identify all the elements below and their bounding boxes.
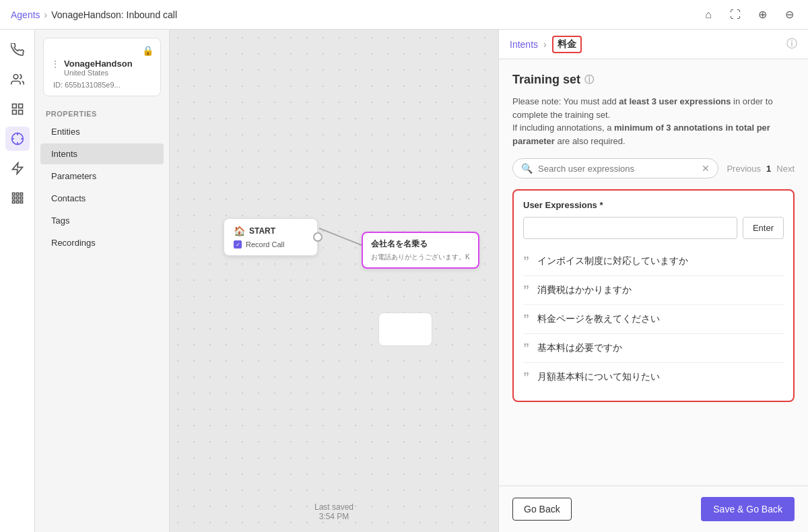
menu-item-parameters[interactable]: Parameters [40,166,164,187]
record-call-label: Record Call [246,240,284,248]
agent-country: United States [64,69,133,77]
lock-icon: 🔒 [142,45,154,56]
expr-text-2: 料金ページを教えてください [537,313,660,325]
expr-item-3: ” 基本料は必要ですか [523,334,784,363]
go-back-button[interactable]: Go Back [512,498,572,521]
properties-title: PROPERTIES [35,104,169,121]
bubble-title: 会社名を名乗る [371,238,470,250]
expr-text-1: 消費税はかかりますか [537,284,632,296]
pagination-row: Previous 1 Next [727,164,795,174]
sidebar-layout-icon[interactable] [5,97,30,121]
breadcrumb-current: VonageHandson: Inbound call [51,9,177,20]
info-icon[interactable]: ⓘ [786,37,797,51]
expression-input[interactable] [523,217,737,239]
search-icon: 🔍 [521,163,533,174]
menu-item-intents[interactable]: Intents [40,143,164,164]
svg-marker-10 [12,163,22,174]
training-note: Please note: You must add at least 3 use… [512,95,795,147]
right-panel: Intents › 料金 ⓘ Training set ⓘ Please not… [498,30,808,532]
svg-point-0 [13,75,18,79]
start-node[interactable]: 🏠 START ✓ Record Call [224,218,318,256]
right-panel-content: Training set ⓘ Please note: You must add… [499,59,808,486]
zoom-icon[interactable]: ⊖ [781,7,797,23]
prev-page[interactable]: Previous [727,164,761,174]
expr-item-2: ” 料金ページを教えてください [523,305,784,334]
menu-item-contacts[interactable]: Contacts [40,188,164,209]
breadcrumb-agents[interactable]: Agents [11,9,40,20]
svg-rect-12 [16,193,18,195]
intent-name-badge: 料金 [552,36,582,53]
extra-node-box[interactable] [378,312,432,346]
svg-line-20 [319,228,362,245]
left-sidebar [0,30,35,532]
quote-icon-0: ” [523,255,529,267]
agent-name: VonageHandson [64,59,133,69]
expr-item-0: ” インボイス制度に対応していますか [523,247,784,276]
sidebar-grid-icon[interactable] [5,186,30,210]
quote-icon-1: ” [523,284,529,296]
current-page: 1 [766,164,771,174]
properties-menu: Entities Intents Parameters Contacts Tag… [35,121,169,254]
expressions-section: User Expressions * Enter ” インボイス制度に対応してい… [512,189,795,402]
sidebar-crosshair-icon[interactable] [5,127,30,151]
expr-input-row: Enter [523,217,784,239]
fullscreen-icon[interactable]: ⛶ [727,7,743,23]
enter-button[interactable]: Enter [743,217,784,239]
menu-item-recordings[interactable]: Recordings [40,232,164,253]
agent-dots-menu[interactable]: ⋮ [50,59,60,69]
svg-rect-19 [20,201,22,203]
svg-rect-4 [18,110,22,114]
svg-rect-3 [12,110,16,114]
svg-rect-11 [12,193,14,195]
svg-rect-1 [12,104,16,108]
training-info-icon[interactable]: ⓘ [584,74,594,86]
intents-breadcrumb-link[interactable]: Intents [510,39,538,50]
search-clear-icon[interactable]: ✕ [702,163,710,174]
menu-item-tags[interactable]: Tags [40,210,164,231]
search-box: 🔍 ✕ [512,158,718,178]
agent-card: 🔒 ⋮ VonageHandson United States ID: 655b… [43,38,161,96]
home-node-icon: 🏠 [234,226,245,236]
breadcrumb-sep-1: › [44,9,48,20]
svg-rect-2 [18,104,22,108]
sidebar-contacts-icon[interactable] [5,67,30,92]
start-node-label: START [249,226,275,236]
svg-rect-13 [20,193,22,195]
properties-panel: 🔒 ⋮ VonageHandson United States ID: 655b… [35,30,170,532]
home-icon[interactable]: ⌂ [700,7,716,23]
intents-sep: › [543,39,547,50]
svg-rect-18 [16,201,18,203]
save-go-back-button[interactable]: Save & Go Back [701,497,795,521]
expr-item-1: ” 消費税はかかりますか [523,276,784,305]
expr-item-4: ” 月額基本料について知りたい [523,363,784,391]
breadcrumb: Agents › VonageHandson: Inbound call [11,9,695,20]
training-set-title: Training set ⓘ [512,73,795,87]
agent-id: ID: 655b131085e9... [50,81,154,89]
cursor-icon[interactable]: ⊕ [754,7,770,23]
main-layout: 🔒 ⋮ VonageHandson United States ID: 655b… [0,30,808,532]
expr-text-4: 月額基本料について知りたい [537,371,660,383]
svg-rect-16 [20,197,22,199]
svg-rect-14 [12,197,14,199]
svg-rect-15 [16,197,18,199]
bubble-node[interactable]: 会社名を名乗る お電話ありがとうございます。K [362,232,479,269]
quote-icon-2: ” [523,313,529,325]
search-input[interactable] [538,164,696,174]
bubble-text: お電話ありがとうございます。K [371,253,470,262]
canvas-area[interactable]: 🏠 START ✓ Record Call 会社名を名乗る お電話ありがとうござ… [170,30,498,532]
node-connector [313,232,323,242]
right-panel-footer: Go Back Save & Go Back [499,486,808,532]
next-page[interactable]: Next [776,164,795,174]
quote-icon-3: ” [523,342,529,354]
topbar: Agents › VonageHandson: Inbound call ⌂ ⛶… [0,0,808,30]
menu-item-entities[interactable]: Entities [40,121,164,142]
checkbox-icon: ✓ [234,240,242,248]
expr-text-0: インボイス制度に対応していますか [537,255,688,267]
expr-text-3: 基本料は必要ですか [537,342,622,354]
sidebar-phone-icon[interactable] [5,38,30,62]
sidebar-lightning-icon[interactable] [5,156,30,180]
svg-rect-17 [12,201,14,203]
quote-icon-4: ” [523,371,529,383]
search-row: 🔍 ✕ Previous 1 Next [512,158,795,178]
right-panel-topbar: Intents › 料金 ⓘ [499,30,808,59]
